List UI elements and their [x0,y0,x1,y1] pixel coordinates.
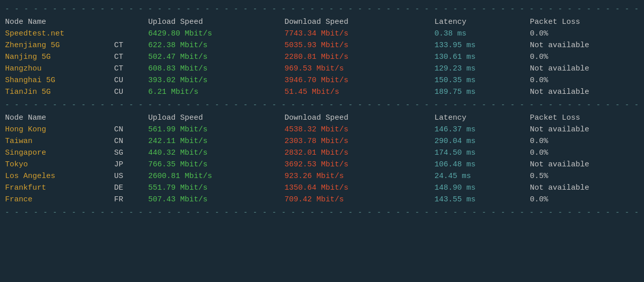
cell-download-speed: 2303.78 Mbit/s [284,135,435,147]
cell-latency: 290.04 ms [435,135,530,147]
cell-latency: 0.38 ms [435,28,530,40]
cell-upload-speed: 622.38 Mbit/s [148,40,284,51]
cell-packet-loss: 0.0% [530,51,639,63]
cell-download-speed: 51.45 Mbit/s [284,86,435,98]
header-download-1: Download Speed [284,16,435,28]
header-latency-2: Latency [435,112,530,124]
cell-packet-loss: Not available [530,124,639,135]
cell-node-name: Tokyo [5,159,114,170]
header-node-name-2: Node Name [5,112,114,124]
cell-node-name: France [5,194,114,205]
table-row: Zhenjiang 5GCT622.38 Mbit/s5035.93 Mbit/… [5,40,639,51]
cell-upload-speed: 502.47 Mbit/s [148,51,284,63]
table-row: HangzhouCT608.83 Mbit/s969.53 Mbit/s129.… [5,63,639,75]
cell-latency: 143.55 ms [435,194,530,205]
header-loss-2: Packet Loss [530,112,639,124]
table-row: Nanjing 5GCT502.47 Mbit/s2280.81 Mbit/s1… [5,51,639,63]
cell-upload-speed: 766.35 Mbit/s [148,159,284,170]
cell-node-name: Frankfurt [5,182,114,194]
cell-node-code: CT [114,40,148,51]
header-upload-1: Upload Speed [148,16,284,28]
section1-header-row: Node Name Upload Speed Download Speed La… [5,16,639,28]
header-node-name-1: Node Name [5,16,114,28]
cell-upload-speed: 608.83 Mbit/s [148,63,284,75]
cell-packet-loss: 0.0% [530,28,639,40]
cell-node-name: Hangzhou [5,63,114,75]
cell-node-code: FR [114,194,148,205]
cell-upload-speed: 393.02 Mbit/s [148,75,284,86]
table-row: TaiwanCN242.11 Mbit/s2303.78 Mbit/s290.0… [5,135,639,147]
cell-node-code: CN [114,124,148,135]
cell-node-name: Hong Kong [5,124,114,135]
cell-upload-speed: 2600.81 Mbit/s [148,170,284,182]
cell-packet-loss: 0.0% [530,147,639,159]
table-row: FranceFR507.43 Mbit/s709.42 Mbit/s143.55… [5,194,639,205]
section2-header-row: Node Name Upload Speed Download Speed La… [5,112,639,124]
cell-node-name: Los Angeles [5,170,114,182]
top-divider: - - - - - - - - - - - - - - - - - - - - … [5,3,639,15]
cell-node-code: SG [114,147,148,159]
table-row: Speedtest.net6429.80 Mbit/s7743.34 Mbit/… [5,28,639,40]
cell-upload-speed: 6429.80 Mbit/s [148,28,284,40]
header-loss-1: Packet Loss [530,16,639,28]
cell-node-name: Speedtest.net [5,28,114,40]
cell-upload-speed: 440.32 Mbit/s [148,147,284,159]
cell-upload-speed: 507.43 Mbit/s [148,194,284,205]
header-code-2 [114,112,148,124]
table-row: FrankfurtDE551.79 Mbit/s1350.64 Mbit/s14… [5,182,639,194]
cell-node-code: CT [114,63,148,75]
cell-upload-speed: 561.99 Mbit/s [148,124,284,135]
cell-download-speed: 709.42 Mbit/s [284,194,435,205]
cell-download-speed: 5035.93 Mbit/s [284,40,435,51]
section1: Node Name Upload Speed Download Speed La… [5,16,639,98]
header-latency-1: Latency [435,16,530,28]
table-row: Los AngelesUS2600.81 Mbit/s923.26 Mbit/s… [5,170,639,182]
cell-download-speed: 2280.81 Mbit/s [284,51,435,63]
cell-node-code: CT [114,51,148,63]
cell-packet-loss: Not available [530,40,639,51]
cell-download-speed: 969.53 Mbit/s [284,63,435,75]
cell-node-code: CU [114,75,148,86]
cell-node-code [114,28,148,40]
cell-packet-loss: 0.0% [530,194,639,205]
cell-packet-loss: 0.0% [530,75,639,86]
cell-node-code: US [114,170,148,182]
cell-node-code: CN [114,135,148,147]
cell-latency: 150.35 ms [435,75,530,86]
cell-node-name: Nanjing 5G [5,51,114,63]
cell-node-name: Shanghai 5G [5,75,114,86]
section1-table: Node Name Upload Speed Download Speed La… [5,16,639,98]
cell-latency: 24.45 ms [435,170,530,182]
cell-latency: 146.37 ms [435,124,530,135]
cell-packet-loss: 0.0% [530,135,639,147]
table-row: TokyoJP766.35 Mbit/s3692.53 Mbit/s106.48… [5,159,639,170]
cell-node-code: DE [114,182,148,194]
cell-node-name: Taiwan [5,135,114,147]
cell-packet-loss: Not available [530,159,639,170]
cell-upload-speed: 551.79 Mbit/s [148,182,284,194]
cell-upload-speed: 6.21 Mbit/s [148,86,284,98]
cell-node-code: CU [114,86,148,98]
cell-download-speed: 923.26 Mbit/s [284,170,435,182]
header-download-2: Download Speed [284,112,435,124]
cell-latency: 189.75 ms [435,86,530,98]
cell-packet-loss: Not available [530,86,639,98]
cell-download-speed: 2832.01 Mbit/s [284,147,435,159]
cell-download-speed: 3946.70 Mbit/s [284,75,435,86]
cell-latency: 133.95 ms [435,40,530,51]
cell-node-name: Singapore [5,147,114,159]
table-row: Hong KongCN561.99 Mbit/s4538.32 Mbit/s14… [5,124,639,135]
cell-latency: 130.61 ms [435,51,530,63]
table-row: SingaporeSG440.32 Mbit/s2832.01 Mbit/s17… [5,147,639,159]
cell-download-speed: 1350.64 Mbit/s [284,182,435,194]
cell-latency: 129.23 ms [435,63,530,75]
header-code-1 [114,16,148,28]
section2-table: Node Name Upload Speed Download Speed La… [5,112,639,205]
cell-upload-speed: 242.11 Mbit/s [148,135,284,147]
cell-packet-loss: 0.5% [530,170,639,182]
cell-latency: 174.50 ms [435,147,530,159]
cell-packet-loss: Not available [530,182,639,194]
section2: Node Name Upload Speed Download Speed La… [5,112,639,205]
cell-download-speed: 3692.53 Mbit/s [284,159,435,170]
table-row: TianJin 5GCU6.21 Mbit/s51.45 Mbit/s189.7… [5,86,639,98]
